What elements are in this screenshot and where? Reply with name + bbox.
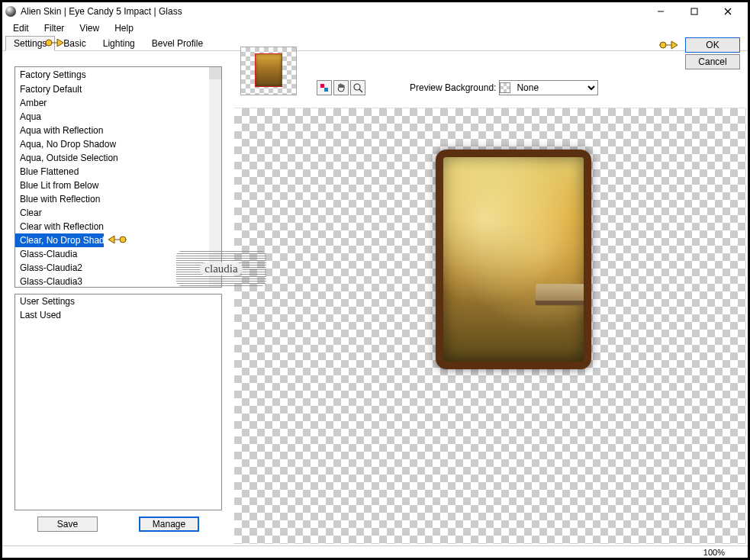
tab-lighting[interactable]: Lighting [95,36,143,51]
factory-item[interactable]: Aqua with Reflection [15,124,221,137]
titlebar: Alien Skin | Eye Candy 5 Impact | Glass [2,2,748,21]
minimize-button[interactable] [644,2,678,21]
factory-item[interactable]: Clear, No Drop Shadow [15,233,104,247]
user-item[interactable]: Last Used [15,308,221,322]
menubar: Edit Filter View Help [2,21,748,36]
factory-item[interactable]: Blue with Reflection [15,192,221,206]
dialog-actions: OK Cancel [685,37,740,69]
save-button[interactable]: Save [37,517,98,532]
settings-buttons: Save Manage [14,510,222,532]
factory-item[interactable]: Clear with Reflection [15,220,221,233]
navigator-viewport [255,53,282,87]
preview-toolbar [317,80,365,95]
content-area: Factory Settings Factory DefaultAmberAqu… [5,60,745,544]
preview-background-select[interactable]: None [499,80,598,95]
factory-item[interactable]: Aqua [15,110,221,124]
menu-help[interactable]: Help [107,21,141,35]
close-button[interactable] [711,2,745,21]
settings-panel: Factory Settings Factory DefaultAmberAqu… [14,66,222,532]
menu-view[interactable]: View [72,21,107,35]
svg-rect-1 [691,8,697,14]
factory-item[interactable]: Blue Flattened [15,165,221,179]
svg-point-5 [120,237,126,243]
factory-item[interactable]: Amber [15,96,221,110]
factory-item[interactable]: Aqua, Outside Selection [15,151,221,165]
factory-item[interactable]: Clear [15,206,221,220]
watermark: claudia [176,251,266,286]
preview-panel: Preview Background: None OK Cancel [234,47,746,544]
window-controls [644,2,745,21]
factory-header: Factory Settings [15,67,221,82]
zoom-readout: 100% [703,548,725,557]
watermark-text: claudia [200,262,242,275]
preview-canvas[interactable] [234,108,746,544]
factory-item[interactable]: Aqua, No Drop Shadow [15,137,221,151]
cancel-button[interactable]: Cancel [685,54,740,69]
preview-background-label: Preview Background: [410,82,496,93]
ok-button[interactable]: OK [685,37,740,53]
svg-rect-7 [324,88,328,92]
factory-item[interactable]: Blue Lit from Below [15,179,221,192]
svg-point-10 [660,42,666,48]
manage-button[interactable]: Manage [139,517,199,532]
statusbar: 100% [2,546,748,558]
svg-point-8 [354,84,360,90]
factory-item[interactable]: Factory Default [15,82,221,96]
tab-bevel-profile[interactable]: Bevel Profile [143,36,211,51]
preview-background-control: Preview Background: None [410,80,598,95]
zoom-tool-button[interactable] [350,80,365,95]
pointer-annotation-icon [43,36,65,50]
navigator-thumbnail[interactable] [240,47,297,95]
app-window: Alien Skin | Eye Candy 5 Impact | Glass … [2,2,748,558]
pointer-annotation-icon [658,38,679,52]
pan-tool-button[interactable] [333,80,349,95]
user-settings-list[interactable]: User SettingsLast Used [14,294,222,510]
maximize-button[interactable] [678,2,711,21]
svg-line-9 [359,89,362,92]
app-icon [5,6,16,17]
user-item[interactable]: User Settings [15,294,221,308]
window-title: Alien Skin | Eye Candy 5 Impact | Glass [21,6,644,17]
pointer-annotation-icon [107,233,128,246]
toggle-proof-button[interactable] [317,80,332,95]
svg-point-4 [46,40,52,46]
menu-filter[interactable]: Filter [37,21,72,35]
preview-image [436,150,591,369]
svg-rect-6 [320,84,324,88]
menu-edit[interactable]: Edit [5,21,37,35]
